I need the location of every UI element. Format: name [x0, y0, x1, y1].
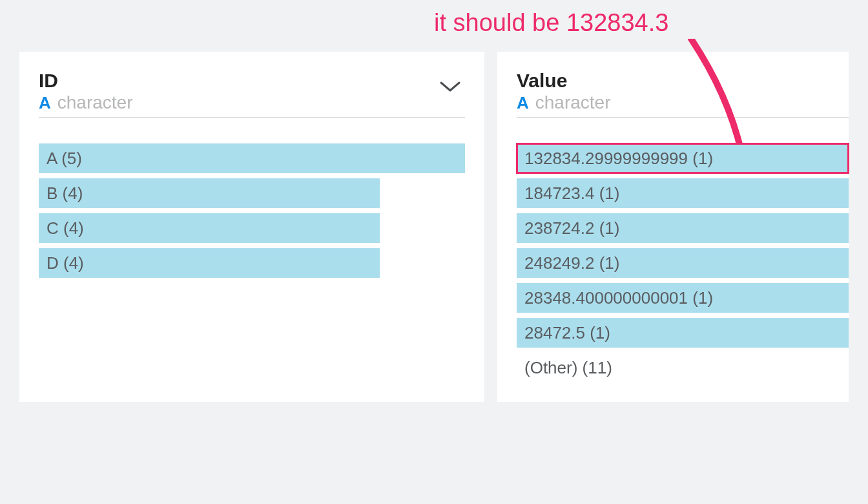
- bar-label: 248249.2 (1): [524, 253, 619, 273]
- bar-fill: [39, 213, 380, 243]
- bar-label: D (4): [46, 253, 84, 273]
- bar-label: 184723.4 (1): [524, 183, 619, 203]
- panel-value: Value A character 132834.29999999999 (1)…: [497, 52, 849, 402]
- panel-id: ID A character A (5)B (4)C (4)D (4): [19, 52, 484, 402]
- bar-label: 132834.29999999999 (1): [524, 148, 713, 168]
- annotation-text: it should be 132834.3: [434, 9, 668, 37]
- bar-fill: [39, 178, 380, 208]
- bar-label: B (4): [46, 183, 83, 203]
- bar-row[interactable]: 184723.4 (1): [517, 178, 849, 208]
- bar-label: (Other) (11): [524, 357, 612, 377]
- bar-row[interactable]: 28472.5 (1): [517, 318, 849, 348]
- type-icon: A: [517, 94, 529, 111]
- bar-label: 238724.2 (1): [524, 218, 619, 238]
- bar-label: A (5): [46, 148, 82, 168]
- bar-fill: [39, 143, 465, 173]
- panels-container: ID A character A (5)B (4)C (4)D (4) Valu…: [0, 0, 868, 421]
- bar-row[interactable]: (Other) (11): [517, 353, 849, 383]
- bar-fill: [39, 248, 380, 278]
- type-label: character: [57, 94, 133, 112]
- bar-row[interactable]: 248249.2 (1): [517, 248, 849, 278]
- panel-value-title: Value: [517, 70, 611, 92]
- bar-row[interactable]: A (5): [39, 143, 465, 173]
- panel-id-bars: A (5)B (4)C (4)D (4): [39, 143, 465, 278]
- type-label: character: [535, 94, 611, 112]
- chevron-down-icon[interactable]: [439, 80, 461, 93]
- panel-value-header[interactable]: Value A character: [517, 70, 849, 118]
- bar-row[interactable]: 132834.29999999999 (1): [517, 143, 849, 173]
- bar-row[interactable]: D (4): [39, 248, 465, 278]
- bar-row[interactable]: 238724.2 (1): [517, 213, 849, 243]
- type-icon: A: [39, 94, 51, 111]
- bar-row[interactable]: B (4): [39, 178, 465, 208]
- panel-value-bars: 132834.29999999999 (1)184723.4 (1)238724…: [517, 143, 849, 383]
- bar-label: C (4): [46, 218, 84, 238]
- bar-row[interactable]: 28348.400000000001 (1): [517, 283, 849, 313]
- bar-label: 28348.400000000001 (1): [524, 288, 713, 308]
- panel-id-header[interactable]: ID A character: [39, 70, 465, 118]
- bar-label: 28472.5 (1): [524, 322, 610, 342]
- bar-row[interactable]: C (4): [39, 213, 465, 243]
- panel-id-title: ID: [39, 70, 133, 92]
